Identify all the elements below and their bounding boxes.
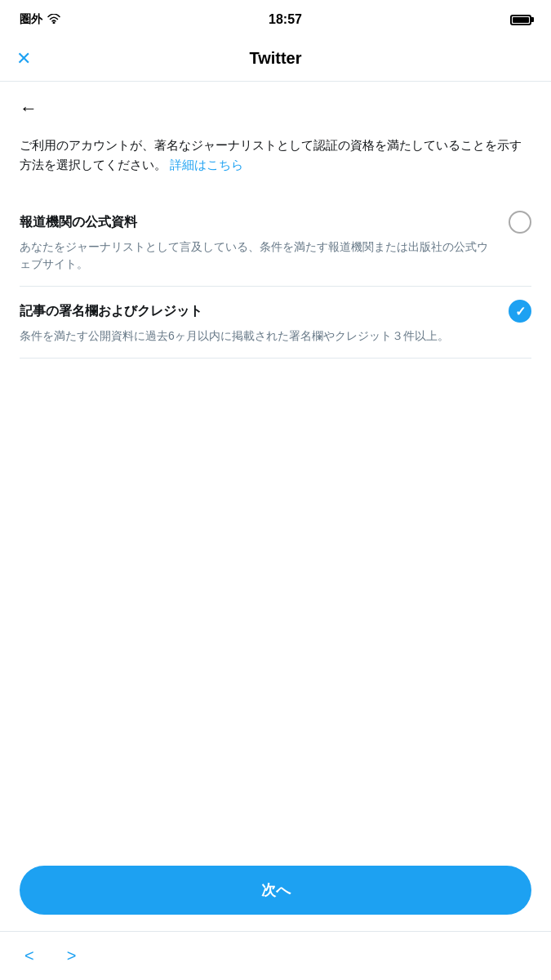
close-button[interactable]: ✕: [16, 50, 31, 68]
status-bar-right: [510, 15, 531, 25]
radio-byline-checked[interactable]: [509, 300, 531, 323]
next-button[interactable]: 次へ: [20, 866, 531, 915]
status-bar: 圏外 18:57: [0, 0, 551, 36]
browser-back-button[interactable]: <: [24, 947, 34, 965]
option-byline[interactable]: 記事の署名欄およびクレジット 条件を満たす公開資料に過去6ヶ月以内に掲載された署…: [20, 287, 531, 359]
option-byline-title: 記事の署名欄およびクレジット: [20, 303, 202, 320]
description-text: ご利用のアカウントが、著名なジャーナリストとして認証の資格を満たしていることを示…: [20, 136, 531, 175]
option-byline-desc: 条件を満たす公開資料に過去6ヶ月以内に掲載された署名欄やクレジット３件以上。: [20, 327, 531, 345]
signal-text: 圏外: [20, 12, 42, 27]
status-bar-left: 圏外: [20, 12, 60, 27]
bottom-area: 次へ: [20, 866, 531, 915]
status-bar-time: 18:57: [269, 12, 302, 27]
wifi-icon: [47, 13, 60, 26]
nav-title: Twitter: [249, 49, 301, 68]
option-official-desc: あなたをジャーナリストとして言及している、条件を満たす報道機関または出版社の公式…: [20, 238, 531, 273]
back-button[interactable]: ←: [20, 98, 38, 119]
option-official-title: 報道機関の公式資料: [20, 214, 137, 231]
content-area: ← ご利用のアカウントが、著名なジャーナリストとして認証の資格を満たしていること…: [0, 82, 551, 375]
browser-forward-button[interactable]: >: [67, 947, 77, 965]
option-byline-header: 記事の署名欄およびクレジット: [20, 300, 531, 323]
battery-icon: [510, 15, 531, 25]
bottom-nav: < >: [0, 931, 551, 980]
nav-bar: ✕ Twitter: [0, 36, 551, 82]
detail-link[interactable]: 詳細はこちら: [170, 158, 243, 172]
radio-official[interactable]: [509, 211, 531, 234]
option-official[interactable]: 報道機関の公式資料 あなたをジャーナリストとして言及している、条件を満たす報道機…: [20, 198, 531, 287]
option-official-header: 報道機関の公式資料: [20, 211, 531, 234]
